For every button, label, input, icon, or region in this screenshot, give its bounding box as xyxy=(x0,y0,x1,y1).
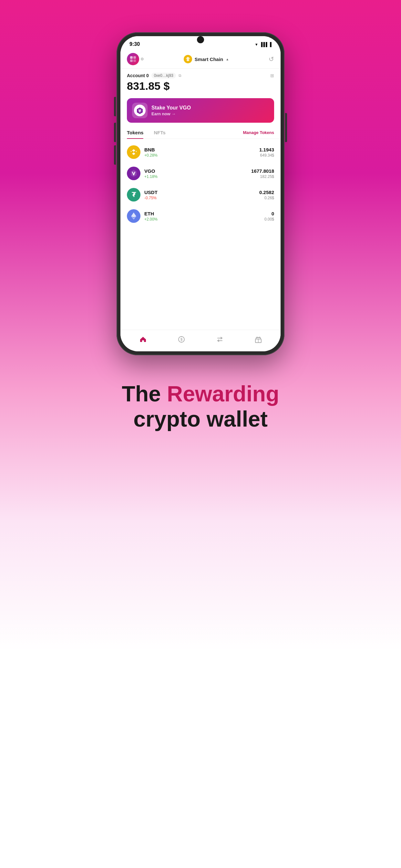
account-label: Account 0 xyxy=(127,73,149,78)
swap-icon xyxy=(214,334,225,345)
svg-text:$: $ xyxy=(180,337,182,341)
gift-icon xyxy=(253,334,264,345)
vgo-icon xyxy=(127,166,141,180)
svg-rect-2 xyxy=(130,59,133,62)
vgo-name: VGO xyxy=(144,168,247,174)
wifi-icon: ▾ xyxy=(255,42,258,47)
vgo-value: 182.25$ xyxy=(251,175,274,179)
usdt-value: 0.26$ xyxy=(259,196,274,200)
token-item-eth[interactable]: ETH +2.00% 0 0.00$ xyxy=(120,206,281,227)
vgo-change: +1.18% xyxy=(144,175,247,179)
eth-name: ETH xyxy=(144,211,260,216)
bnb-icon xyxy=(127,145,141,159)
account-row: Account 0 0xe0…kj93 ⧉ ⊞ xyxy=(127,73,274,79)
usdt-icon: ₮ xyxy=(127,188,141,202)
tab-nfts[interactable]: NFTs xyxy=(149,127,171,138)
eth-balance: 0 xyxy=(265,211,274,216)
svg-marker-14 xyxy=(131,170,136,177)
copy-icon[interactable]: ⧉ xyxy=(179,73,181,78)
usdt-balance: 0.2582 xyxy=(259,190,274,195)
bnb-info: BNB +0.28% xyxy=(144,147,255,158)
buy-svg-icon: $ xyxy=(178,336,185,343)
gift-svg-icon xyxy=(254,336,262,343)
nav-home[interactable] xyxy=(137,334,149,345)
token-item-usdt[interactable]: ₮ USDT -0.75% 0.2582 0.26$ xyxy=(120,184,281,206)
phone-mockup: 9:30 ▾ ▐▐▐ ▐ xyxy=(117,32,284,355)
svg-marker-15 xyxy=(131,213,136,217)
vgo-info: VGO +1.18% xyxy=(144,168,247,179)
status-time: 9:30 xyxy=(129,41,140,47)
app-content: ⚙ Smart Chain ▲ xyxy=(120,50,281,351)
network-name: Smart Chain xyxy=(195,57,223,62)
phone-notch xyxy=(197,36,204,43)
stake-earn: Earn now → xyxy=(151,112,269,116)
eth-info: ETH +2.00% xyxy=(144,211,260,221)
svg-marker-13 xyxy=(135,151,136,152)
nav-swap[interactable] xyxy=(214,334,225,345)
nav-rewards[interactable] xyxy=(253,334,264,345)
settings-icon[interactable]: ⚙ xyxy=(141,57,144,61)
marketing-text: The Rewarding crypto wallet xyxy=(122,381,279,431)
bnb-change: +0.28% xyxy=(144,153,255,158)
bnb-value: 649.34$ xyxy=(259,153,274,158)
eth-coin-icon xyxy=(130,212,137,220)
svg-marker-11 xyxy=(132,152,135,155)
vgo-logo-icon xyxy=(134,104,146,116)
buy-icon: $ xyxy=(176,334,187,345)
bnb-amounts: 1.1943 649.34$ xyxy=(259,147,274,158)
usdt-info: USDT -0.75% xyxy=(144,190,255,200)
network-logo xyxy=(184,55,192,63)
svg-marker-5 xyxy=(186,59,189,61)
vgo-icon xyxy=(136,107,143,114)
bottom-nav: $ xyxy=(120,330,281,351)
stake-banner[interactable]: Stake Your VGO Earn now → xyxy=(127,98,274,123)
account-section: Account 0 0xe0…kj93 ⧉ ⊞ 831.85 $ xyxy=(120,69,281,98)
signal-icon: ▐▐▐ xyxy=(259,42,267,47)
history-icon[interactable]: ↺ xyxy=(269,55,274,63)
eth-amounts: 0 0.00$ xyxy=(265,211,274,221)
tab-tokens[interactable]: Tokens xyxy=(127,127,149,138)
marketing-line2: crypto wallet xyxy=(133,407,268,431)
usdt-change: -0.75% xyxy=(144,196,255,200)
vgo-balance: 1677.8018 xyxy=(251,168,274,174)
svg-marker-12 xyxy=(131,151,132,152)
usdt-name: USDT xyxy=(144,190,255,195)
avatar-section[interactable]: ⚙ xyxy=(127,53,144,65)
bnb-name: BNB xyxy=(144,147,255,152)
token-list: BNB +0.28% 1.1943 649.34$ xyxy=(120,139,281,330)
qr-icon[interactable]: ⊞ xyxy=(270,73,274,78)
manage-tokens-button[interactable]: Manage Tokens xyxy=(243,130,274,135)
eth-change: +2.00% xyxy=(144,217,260,221)
svg-rect-0 xyxy=(130,56,133,59)
stake-logo xyxy=(132,103,148,118)
network-selector[interactable]: Smart Chain ▲ xyxy=(144,55,269,63)
phone-screen: 9:30 ▾ ▐▐▐ ▐ xyxy=(120,36,281,351)
marketing-highlight: Rewarding xyxy=(167,381,279,406)
battery-icon: ▐ xyxy=(269,42,272,47)
network-dropdown-icon: ▲ xyxy=(226,58,229,61)
tabs-row: Tokens NFTs Manage Tokens xyxy=(120,127,281,139)
usdt-amounts: 0.2582 0.26$ xyxy=(259,190,274,200)
nav-buy[interactable]: $ xyxy=(176,334,187,345)
top-nav: ⚙ Smart Chain ▲ xyxy=(120,50,281,69)
marketing-line1: The xyxy=(122,381,167,406)
svg-rect-1 xyxy=(133,56,136,59)
eth-value: 0.00$ xyxy=(265,217,274,221)
svg-marker-10 xyxy=(132,149,135,152)
vgo-coin-icon xyxy=(129,169,138,178)
stake-text: Stake Your VGO Earn now → xyxy=(151,105,269,116)
account-address[interactable]: 0xe0…kj93 xyxy=(151,73,176,79)
token-item-bnb[interactable]: BNB +0.28% 1.1943 649.34$ xyxy=(120,142,281,163)
status-icons: ▾ ▐▐▐ ▐ xyxy=(255,42,272,47)
avatar[interactable] xyxy=(127,53,139,65)
avatar-icon xyxy=(129,56,136,63)
marketing-section: The Rewarding crypto wallet xyxy=(96,381,305,431)
home-icon xyxy=(137,334,149,345)
bnb-coin-icon xyxy=(129,148,138,156)
bnb-balance: 1.1943 xyxy=(259,147,274,152)
eth-icon xyxy=(127,209,141,223)
token-item-vgo[interactable]: VGO +1.18% 1677.8018 182.25$ xyxy=(120,163,281,184)
stake-title: Stake Your VGO xyxy=(151,105,269,111)
home-svg-icon xyxy=(139,336,147,343)
swap-svg-icon xyxy=(216,336,224,343)
